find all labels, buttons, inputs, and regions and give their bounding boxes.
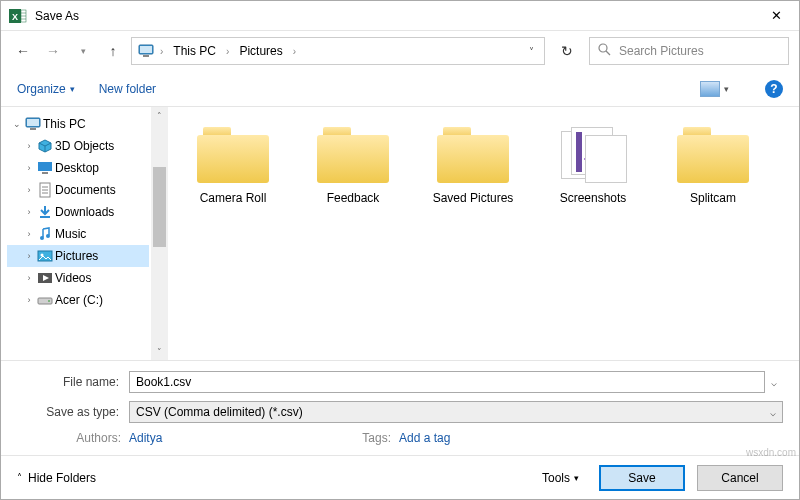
save-button[interactable]: Save — [599, 465, 685, 491]
svg-text:X: X — [12, 12, 18, 22]
tree-item-pictures[interactable]: ›Pictures — [7, 245, 149, 267]
expand-icon[interactable]: › — [23, 273, 35, 283]
expand-icon[interactable]: › — [23, 207, 35, 217]
forward-button[interactable]: → — [41, 39, 65, 63]
chevron-down-icon: ▾ — [724, 84, 729, 94]
tree-item-music[interactable]: ›Music — [7, 223, 149, 245]
tree-scrollbar[interactable]: ˄ ˅ — [151, 107, 168, 360]
folder-item[interactable]: Screenshots — [538, 127, 648, 205]
svg-rect-8 — [143, 55, 149, 57]
organize-menu[interactable]: Organize ▾ — [17, 82, 75, 96]
svg-rect-13 — [30, 128, 36, 130]
collapse-icon[interactable]: ⌄ — [11, 119, 23, 129]
authors-label: Authors: — [17, 431, 129, 445]
close-button[interactable]: ✕ — [754, 1, 799, 30]
folder-content-area[interactable]: Camera RollFeedbackSaved PicturesScreens… — [168, 107, 799, 360]
svg-rect-16 — [38, 162, 52, 171]
chevron-right-icon[interactable]: › — [293, 46, 296, 57]
window-title: Save As — [35, 9, 754, 23]
pc-icon — [138, 43, 154, 59]
expand-icon[interactable]: › — [23, 185, 35, 195]
chevron-down-icon: ⌵ — [770, 407, 776, 418]
svg-rect-12 — [27, 119, 39, 126]
up-button[interactable]: ↑ — [101, 39, 125, 63]
folder-icon — [677, 127, 749, 183]
authors-value[interactable]: Aditya — [129, 431, 162, 445]
breadcrumb-root[interactable]: This PC — [169, 42, 220, 60]
expand-icon[interactable]: › — [23, 295, 35, 305]
recent-locations-button[interactable]: ▾ — [71, 39, 95, 63]
refresh-button[interactable]: ↻ — [551, 37, 583, 65]
search-box[interactable]: Search Pictures — [589, 37, 789, 65]
svg-rect-7 — [140, 46, 152, 53]
tags-value[interactable]: Add a tag — [399, 431, 450, 445]
address-bar[interactable]: › This PC › Pictures › ˅ — [131, 37, 545, 65]
svg-rect-17 — [42, 172, 48, 174]
chevron-right-icon[interactable]: › — [160, 46, 163, 57]
chevron-right-icon[interactable]: › — [226, 46, 229, 57]
svg-point-24 — [46, 234, 50, 238]
search-icon — [598, 43, 611, 59]
hide-folders-button[interactable]: ˄ Hide Folders — [17, 471, 96, 485]
tree-root[interactable]: ⌄ This PC — [7, 113, 149, 135]
file-name-label: File name: — [17, 375, 129, 389]
file-name-dropdown-icon[interactable]: ⌵ — [765, 377, 783, 388]
toolbar: Organize ▾ New folder ▾ ? — [1, 71, 799, 107]
tools-menu[interactable]: Tools ▾ — [542, 471, 579, 485]
pics-icon — [37, 248, 53, 264]
svg-rect-22 — [40, 216, 50, 218]
svg-point-30 — [48, 300, 50, 302]
desktop-icon — [37, 160, 53, 176]
watermark: wsxdn.com — [746, 447, 796, 458]
tree-item-label: Videos — [55, 271, 91, 285]
address-dropdown-icon[interactable]: ˅ — [525, 46, 538, 57]
folder-item[interactable]: Splitcam — [658, 127, 768, 205]
scroll-up-button[interactable]: ˄ — [151, 107, 168, 124]
folder-item[interactable]: Feedback — [298, 127, 408, 205]
expand-icon[interactable]: › — [23, 163, 35, 173]
3d-icon — [37, 138, 53, 154]
chevron-up-icon: ˄ — [17, 472, 22, 483]
folder-label: Saved Pictures — [433, 191, 514, 205]
tree-item-label: Pictures — [55, 249, 98, 263]
folder-label: Feedback — [327, 191, 380, 205]
tree-root-label: This PC — [43, 117, 86, 131]
folder-item[interactable]: Camera Roll — [178, 127, 288, 205]
tree-item-downloads[interactable]: ›Downloads — [7, 201, 149, 223]
file-name-input[interactable] — [129, 371, 765, 393]
docs-icon — [37, 182, 53, 198]
help-button[interactable]: ? — [765, 80, 783, 98]
folder-item[interactable]: Saved Pictures — [418, 127, 528, 205]
save-type-label: Save as type: — [17, 405, 129, 419]
expand-icon[interactable]: › — [23, 141, 35, 151]
save-type-value: CSV (Comma delimited) (*.csv) — [136, 405, 303, 419]
view-mode-icon — [700, 81, 720, 97]
folder-icon — [437, 127, 509, 183]
svg-line-10 — [606, 51, 610, 55]
scroll-thumb[interactable] — [153, 167, 166, 247]
tree-item-3d-objects[interactable]: ›3D Objects — [7, 135, 149, 157]
folder-icon — [317, 127, 389, 183]
tree-item-documents[interactable]: ›Documents — [7, 179, 149, 201]
dl-icon — [37, 204, 53, 220]
expand-icon[interactable]: › — [23, 251, 35, 261]
tree-item-acer-c-[interactable]: ›Acer (C:) — [7, 289, 149, 311]
save-type-dropdown[interactable]: CSV (Comma delimited) (*.csv) ⌵ — [129, 401, 783, 423]
cancel-button[interactable]: Cancel — [697, 465, 783, 491]
music-icon — [37, 226, 53, 242]
breadcrumb-current[interactable]: Pictures — [235, 42, 286, 60]
expand-icon[interactable]: › — [23, 229, 35, 239]
footer: ˄ Hide Folders Tools ▾ Save Cancel — [1, 455, 799, 499]
scroll-down-button[interactable]: ˅ — [151, 343, 168, 360]
new-folder-button[interactable]: New folder — [99, 82, 156, 96]
nav-tree: ⌄ This PC ›3D Objects›Desktop›Documents›… — [1, 107, 151, 360]
tree-item-desktop[interactable]: ›Desktop — [7, 157, 149, 179]
tree-item-label: Acer (C:) — [55, 293, 103, 307]
view-mode-button[interactable]: ▾ — [700, 81, 729, 97]
folder-label: Camera Roll — [200, 191, 267, 205]
folder-icon — [197, 127, 269, 183]
back-button[interactable]: ← — [11, 39, 35, 63]
drive-icon — [37, 292, 53, 308]
chevron-down-icon: ▾ — [70, 84, 75, 94]
tree-item-videos[interactable]: ›Videos — [7, 267, 149, 289]
